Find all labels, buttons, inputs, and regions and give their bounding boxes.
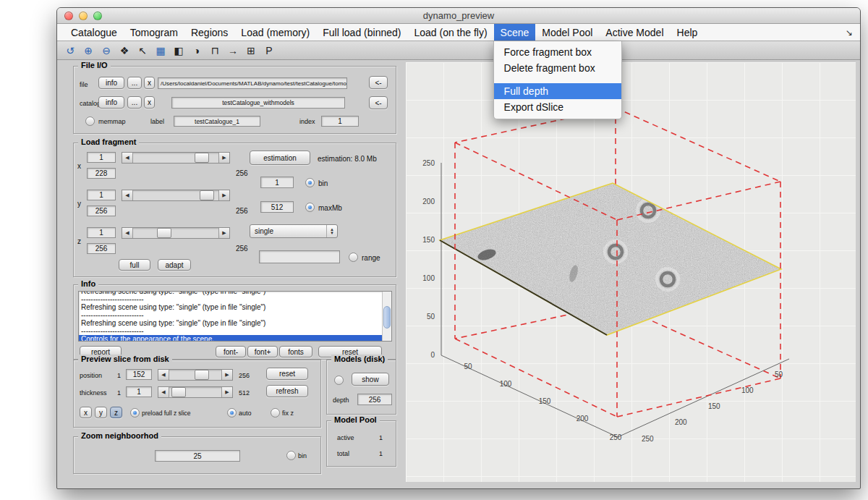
font-minus-button[interactable]: font- (216, 346, 246, 357)
bin-radio[interactable] (305, 178, 315, 187)
y-slider-track[interactable] (133, 190, 218, 200)
range-radio[interactable] (349, 253, 358, 262)
position-slider[interactable] (158, 369, 233, 381)
file-browse-button[interactable]: ... (127, 77, 142, 89)
dock-figure-icon[interactable]: ↘ (838, 24, 860, 41)
save-icon[interactable]: ▦ (153, 43, 169, 58)
maxmb-field[interactable]: 512 (260, 201, 294, 213)
z-slider-left-arrow[interactable] (122, 228, 133, 238)
file-clear-button[interactable]: x (144, 77, 155, 89)
y-slider-thumb[interactable] (200, 190, 214, 200)
info-listbox[interactable]: Refreshing scene using type: "single" (t… (78, 291, 392, 342)
zoom-window-button[interactable] (93, 12, 102, 20)
estimation-button[interactable]: estimation (250, 151, 310, 165)
position-field[interactable]: 152 (126, 369, 152, 380)
log-line-selected[interactable]: Controls for the appearance of the scene… (79, 335, 391, 342)
catalogue-clear-button[interactable]: x (144, 96, 155, 109)
auto-radio[interactable] (227, 408, 237, 418)
memmap-radio[interactable] (85, 116, 95, 126)
p-tool-icon[interactable]: P (261, 43, 277, 58)
data-cursor-icon[interactable]: ↖ (135, 43, 150, 58)
preload-radio[interactable] (130, 408, 140, 418)
thickness-slider[interactable] (158, 386, 233, 398)
axis-z-button[interactable]: z (110, 407, 122, 418)
axis-x-button[interactable]: x (80, 407, 92, 418)
menu-load-on-the-fly[interactable]: Load (on the fly) (407, 24, 493, 41)
fonts-button[interactable]: fonts (279, 346, 312, 357)
z-slider-track[interactable] (133, 228, 218, 238)
thickness-slider-right-arrow[interactable] (221, 387, 232, 397)
scene-3d-view[interactable]: 250 200 150 100 50 0 50 100 150 200 250 … (406, 62, 856, 482)
scene-3d-plot[interactable]: 250 200 150 100 50 0 50 100 150 200 250 … (406, 62, 856, 482)
grid-icon[interactable]: ⊞ (243, 43, 259, 58)
range-field[interactable] (259, 250, 340, 263)
x-slider-right-arrow[interactable] (218, 153, 229, 163)
maxmb-radio[interactable] (305, 203, 315, 212)
menuitem-full-depth[interactable]: Full depth (494, 83, 621, 99)
stepper-arrows-icon[interactable] (326, 225, 337, 237)
menu-model-pool[interactable]: Model Pool (535, 24, 599, 41)
menu-catalogue[interactable]: Catalogue (64, 24, 124, 41)
catalogue-pull-button[interactable]: <- (369, 96, 388, 109)
zoom-bin-radio[interactable] (286, 451, 296, 460)
catalogue-browse-button[interactable]: ... (127, 96, 142, 109)
preview-reset-button[interactable]: reset (266, 368, 308, 380)
x-slider-left-arrow[interactable] (122, 153, 133, 163)
menu-regions[interactable]: Regions (184, 24, 234, 41)
y-min-field[interactable]: 1 (87, 190, 116, 200)
close-button[interactable] (64, 12, 73, 20)
contrast-icon[interactable]: ◑ (189, 43, 205, 58)
font-plus-button[interactable]: font+ (247, 346, 278, 357)
z-slider-right-arrow[interactable] (218, 228, 229, 238)
mode-dropdown[interactable]: single (250, 224, 338, 238)
export-arrow-icon[interactable]: → (225, 43, 241, 58)
info-scrollbar[interactable] (382, 292, 391, 341)
title-bar[interactable]: dynamo_preview (57, 8, 860, 24)
position-slider-track[interactable] (169, 370, 221, 380)
menuitem-export-dslice[interactable]: Export dSlice (494, 99, 621, 115)
z-min-field[interactable]: 1 (87, 227, 116, 238)
menuitem-delete-fragment-box[interactable]: Delete fragment box (494, 60, 621, 76)
thickness-slider-left-arrow[interactable] (158, 387, 169, 397)
bin-field[interactable]: 1 (260, 177, 294, 188)
thickness-slider-track[interactable] (169, 387, 221, 397)
index-field[interactable]: 1 (321, 116, 359, 127)
thickness-slider-thumb[interactable] (171, 387, 186, 397)
zoom-in-icon[interactable]: ⊕ (80, 43, 96, 58)
x-slider[interactable] (122, 152, 230, 164)
menu-scene[interactable]: Scene Force fragment box Delete fragment… (494, 24, 536, 41)
menu-load-memory[interactable]: Load (memory) (234, 24, 316, 41)
file-info-button[interactable]: info (98, 77, 124, 89)
thickness-field[interactable]: 1 (126, 386, 152, 397)
catalogue-info-button[interactable]: info (98, 96, 124, 109)
y-value-field[interactable]: 256 (87, 205, 116, 216)
pan-icon[interactable]: ❖ (116, 43, 132, 58)
y-slider[interactable] (122, 190, 230, 201)
position-slider-thumb[interactable] (195, 370, 209, 380)
file-path-field[interactable]: /Users/localdaniel/Documents/MATLAB/dyna… (158, 77, 347, 89)
menuitem-force-fragment-box[interactable]: Force fragment box (494, 44, 621, 60)
x-min-field[interactable]: 1 (87, 152, 116, 163)
y-slider-right-arrow[interactable] (218, 190, 229, 200)
x-slider-thumb[interactable] (195, 153, 209, 163)
catalogue-name-field[interactable]: testCatalogue_withmodels (171, 97, 345, 109)
depth-field[interactable]: 256 (357, 394, 392, 405)
z-slider[interactable] (122, 227, 230, 239)
position-slider-left-arrow[interactable] (158, 370, 169, 380)
zoom-size-field[interactable]: 25 (155, 450, 240, 462)
position-slider-right-arrow[interactable] (221, 370, 232, 380)
z-value-field[interactable]: 256 (87, 243, 116, 254)
full-button[interactable]: full (119, 259, 150, 271)
minimize-button[interactable] (79, 12, 88, 20)
menu-tomogram[interactable]: Tomogram (124, 24, 184, 41)
models-show-button[interactable]: show (352, 373, 389, 386)
x-value-field[interactable]: 228 (87, 168, 116, 179)
info-scrollbar-thumb[interactable] (383, 306, 391, 329)
menu-active-model[interactable]: Active Model (599, 24, 670, 41)
menu-full-load-binned[interactable]: Full load (binned) (316, 24, 407, 41)
image-tool-icon[interactable]: ◧ (171, 43, 187, 58)
axis-y-button[interactable]: y (95, 407, 107, 418)
pulse-icon[interactable]: ⊓ (207, 43, 223, 58)
y-slider-left-arrow[interactable] (122, 190, 133, 200)
z-slider-thumb[interactable] (157, 228, 171, 238)
